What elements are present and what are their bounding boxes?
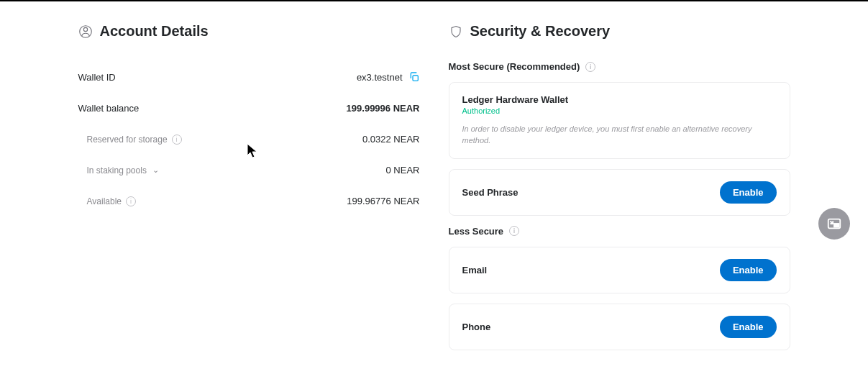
info-icon[interactable]: i [509, 226, 519, 236]
ledger-card: Ledger Hardware Wallet Authorized In ord… [449, 82, 790, 159]
wallet-id-value: ex3.testnet [357, 72, 403, 83]
email-card: Email Enable [449, 247, 790, 293]
wallet-balance-label: Wallet balance [78, 103, 140, 114]
reserved-storage-value: 0.0322 NEAR [362, 134, 420, 145]
enable-phone-button[interactable]: Enable [720, 316, 777, 338]
copy-icon[interactable] [408, 71, 420, 83]
staking-pools-value: 0 NEAR [386, 165, 420, 176]
less-secure-label: Less Secure [449, 226, 504, 237]
info-icon[interactable]: i [585, 62, 595, 72]
account-details-section: Account Details Wallet ID ex3.testnet Wa… [78, 23, 420, 360]
email-title: Email [462, 265, 488, 275]
ledger-title: Ledger Hardware Wallet [462, 94, 777, 105]
phone-title: Phone [462, 322, 491, 332]
svg-rect-2 [413, 76, 418, 81]
reserved-storage-label: Reserved for storage [87, 135, 168, 145]
wallet-balance-value: 199.99996 NEAR [347, 103, 420, 114]
info-icon[interactable]: i [126, 196, 136, 206]
enable-email-button[interactable]: Enable [720, 259, 777, 281]
phone-card: Phone Enable [449, 304, 790, 350]
info-icon[interactable]: i [172, 135, 182, 145]
shield-icon [449, 24, 463, 39]
staking-pools-toggle[interactable]: In staking pools ⌄ [87, 165, 159, 176]
most-secure-label: Most Secure (Recommended) [449, 61, 580, 72]
user-icon [78, 24, 93, 39]
svg-point-0 [83, 27, 87, 31]
pip-icon[interactable] [818, 208, 850, 240]
enable-seed-button[interactable]: Enable [720, 181, 777, 204]
ledger-status: Authorized [462, 106, 777, 115]
available-value: 199.96776 NEAR [347, 196, 419, 206]
account-details-title: Account Details [100, 23, 209, 40]
svg-rect-4 [834, 224, 839, 227]
chevron-down-icon: ⌄ [152, 165, 159, 175]
seed-phrase-title: Seed Phrase [462, 187, 518, 198]
ledger-note: In order to disable your ledger device, … [462, 124, 777, 147]
security-recovery-section: Security & Recovery Most Secure (Recomme… [449, 23, 790, 360]
security-recovery-title: Security & Recovery [470, 23, 611, 40]
wallet-id-label: Wallet ID [78, 72, 116, 83]
staking-pools-label: In staking pools [87, 165, 147, 176]
available-label: Available [87, 196, 122, 206]
seed-phrase-card: Seed Phrase Enable [449, 169, 790, 216]
